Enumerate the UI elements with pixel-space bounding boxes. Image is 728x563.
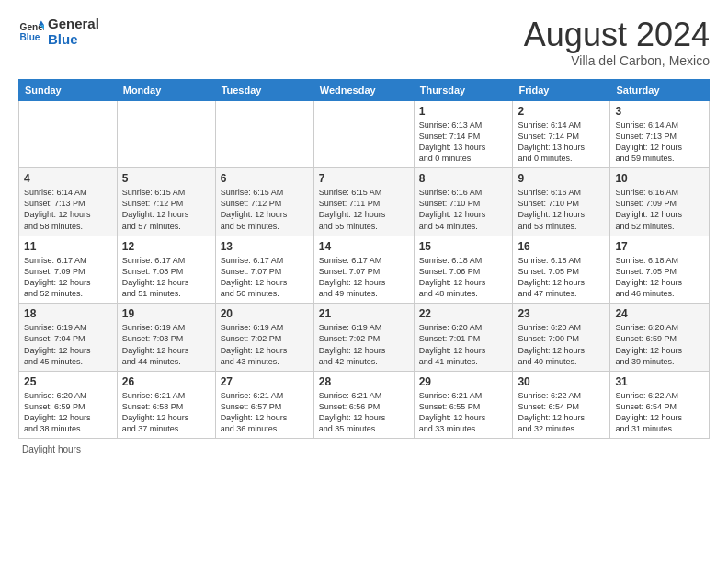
day-number: 9 [518,172,605,185]
day-info: Sunrise: 6:14 AM Sunset: 7:14 PM Dayligh… [518,120,605,165]
day-number: 15 [419,240,508,253]
month-title: August 2024 [524,17,710,53]
calendar-cell: 9Sunrise: 6:16 AM Sunset: 7:10 PM Daylig… [513,168,610,236]
calendar-cell: 20Sunrise: 6:19 AM Sunset: 7:02 PM Dayli… [215,304,313,372]
day-number: 19 [122,307,210,320]
day-number: 12 [122,240,210,253]
day-info: Sunrise: 6:17 AM Sunset: 7:07 PM Dayligh… [319,255,409,300]
calendar-cell [19,100,118,168]
day-number: 22 [419,307,508,320]
title-block: August 2024 Villa del Carbon, Mexico [524,17,710,68]
weekday-header-row: SundayMondayTuesdayWednesdayThursdayFrid… [19,79,710,100]
calendar-cell: 13Sunrise: 6:17 AM Sunset: 7:07 PM Dayli… [215,236,313,304]
page: General Blue General Blue August 2024 Vi… [0,0,728,464]
week-row-2: 11Sunrise: 6:17 AM Sunset: 7:09 PM Dayli… [19,236,710,304]
logo: General Blue General Blue [18,17,99,47]
day-number: 24 [615,307,704,320]
day-info: Sunrise: 6:16 AM Sunset: 7:09 PM Dayligh… [615,187,704,232]
day-info: Sunrise: 6:20 AM Sunset: 7:01 PM Dayligh… [419,322,508,367]
calendar-cell: 14Sunrise: 6:17 AM Sunset: 7:07 PM Dayli… [313,236,414,304]
day-info: Sunrise: 6:19 AM Sunset: 7:03 PM Dayligh… [122,322,210,367]
calendar-cell: 10Sunrise: 6:16 AM Sunset: 7:09 PM Dayli… [610,168,710,236]
calendar-cell: 8Sunrise: 6:16 AM Sunset: 7:10 PM Daylig… [414,168,513,236]
calendar-cell: 4Sunrise: 6:14 AM Sunset: 7:13 PM Daylig… [19,168,118,236]
day-number: 17 [615,240,704,253]
day-info: Sunrise: 6:21 AM Sunset: 6:57 PM Dayligh… [221,390,309,435]
calendar-cell [313,100,414,168]
footer-text: Daylight hours [22,444,81,454]
day-info: Sunrise: 6:21 AM Sunset: 6:55 PM Dayligh… [419,390,508,435]
day-number: 20 [221,307,309,320]
calendar-cell: 26Sunrise: 6:21 AM Sunset: 6:58 PM Dayli… [117,371,215,439]
calendar-cell: 17Sunrise: 6:18 AM Sunset: 7:05 PM Dayli… [610,236,710,304]
day-info: Sunrise: 6:20 AM Sunset: 6:59 PM Dayligh… [24,390,112,435]
calendar-cell: 5Sunrise: 6:15 AM Sunset: 7:12 PM Daylig… [117,168,215,236]
weekday-sunday: Sunday [19,79,118,100]
day-info: Sunrise: 6:18 AM Sunset: 7:05 PM Dayligh… [518,255,605,300]
calendar-cell: 12Sunrise: 6:17 AM Sunset: 7:08 PM Dayli… [117,236,215,304]
week-row-0: 1Sunrise: 6:13 AM Sunset: 7:14 PM Daylig… [19,100,710,168]
calendar-cell: 1Sunrise: 6:13 AM Sunset: 7:14 PM Daylig… [414,100,513,168]
day-number: 23 [518,307,605,320]
svg-text:Blue: Blue [20,32,40,42]
day-info: Sunrise: 6:20 AM Sunset: 7:00 PM Dayligh… [518,322,605,367]
calendar-cell: 19Sunrise: 6:19 AM Sunset: 7:03 PM Dayli… [117,304,215,372]
day-number: 7 [319,172,409,185]
week-row-3: 18Sunrise: 6:19 AM Sunset: 7:04 PM Dayli… [19,304,710,372]
day-info: Sunrise: 6:15 AM Sunset: 7:12 PM Dayligh… [221,187,309,232]
day-number: 14 [319,240,409,253]
day-number: 2 [518,105,605,118]
calendar-cell: 27Sunrise: 6:21 AM Sunset: 6:57 PM Dayli… [215,371,313,439]
calendar-cell: 22Sunrise: 6:20 AM Sunset: 7:01 PM Dayli… [414,304,513,372]
day-info: Sunrise: 6:14 AM Sunset: 7:13 PM Dayligh… [24,187,112,232]
day-info: Sunrise: 6:22 AM Sunset: 6:54 PM Dayligh… [518,390,605,435]
day-number: 18 [24,307,112,320]
calendar-cell: 29Sunrise: 6:21 AM Sunset: 6:55 PM Dayli… [414,371,513,439]
day-info: Sunrise: 6:17 AM Sunset: 7:07 PM Dayligh… [221,255,309,300]
location: Villa del Carbon, Mexico [524,53,710,68]
calendar-cell: 18Sunrise: 6:19 AM Sunset: 7:04 PM Dayli… [19,304,118,372]
calendar-cell [117,100,215,168]
day-number: 31 [615,375,704,388]
day-number: 27 [221,375,309,388]
day-number: 30 [518,375,605,388]
day-info: Sunrise: 6:14 AM Sunset: 7:13 PM Dayligh… [615,120,704,165]
day-info: Sunrise: 6:17 AM Sunset: 7:08 PM Dayligh… [122,255,210,300]
day-number: 29 [419,375,508,388]
day-info: Sunrise: 6:18 AM Sunset: 7:05 PM Dayligh… [615,255,704,300]
day-info: Sunrise: 6:17 AM Sunset: 7:09 PM Dayligh… [24,255,112,300]
calendar-cell: 11Sunrise: 6:17 AM Sunset: 7:09 PM Dayli… [19,236,118,304]
weekday-wednesday: Wednesday [313,79,414,100]
calendar: SundayMondayTuesdayWednesdayThursdayFrid… [18,79,710,440]
day-number: 3 [615,105,704,118]
calendar-cell: 23Sunrise: 6:20 AM Sunset: 7:00 PM Dayli… [513,304,610,372]
weekday-tuesday: Tuesday [215,79,313,100]
day-number: 4 [24,172,112,185]
day-number: 10 [615,172,704,185]
calendar-cell: 25Sunrise: 6:20 AM Sunset: 6:59 PM Dayli… [19,371,118,439]
day-info: Sunrise: 6:19 AM Sunset: 7:02 PM Dayligh… [319,322,409,367]
calendar-cell: 30Sunrise: 6:22 AM Sunset: 6:54 PM Dayli… [513,371,610,439]
weekday-friday: Friday [513,79,610,100]
day-number: 21 [319,307,409,320]
calendar-cell: 21Sunrise: 6:19 AM Sunset: 7:02 PM Dayli… [313,304,414,372]
calendar-cell: 6Sunrise: 6:15 AM Sunset: 7:12 PM Daylig… [215,168,313,236]
day-number: 26 [122,375,210,388]
day-info: Sunrise: 6:16 AM Sunset: 7:10 PM Dayligh… [518,187,605,232]
footer: Daylight hours [18,444,710,454]
day-info: Sunrise: 6:20 AM Sunset: 6:59 PM Dayligh… [615,322,704,367]
day-number: 11 [24,240,112,253]
day-info: Sunrise: 6:22 AM Sunset: 6:54 PM Dayligh… [615,390,704,435]
calendar-cell: 24Sunrise: 6:20 AM Sunset: 6:59 PM Dayli… [610,304,710,372]
day-number: 5 [122,172,210,185]
weekday-monday: Monday [117,79,215,100]
day-info: Sunrise: 6:15 AM Sunset: 7:12 PM Dayligh… [122,187,210,232]
day-number: 28 [319,375,409,388]
calendar-cell: 28Sunrise: 6:21 AM Sunset: 6:56 PM Dayli… [313,371,414,439]
day-number: 16 [518,240,605,253]
day-info: Sunrise: 6:15 AM Sunset: 7:11 PM Dayligh… [319,187,409,232]
day-number: 8 [419,172,508,185]
calendar-cell: 31Sunrise: 6:22 AM Sunset: 6:54 PM Dayli… [610,371,710,439]
weekday-thursday: Thursday [414,79,513,100]
day-number: 13 [221,240,309,253]
